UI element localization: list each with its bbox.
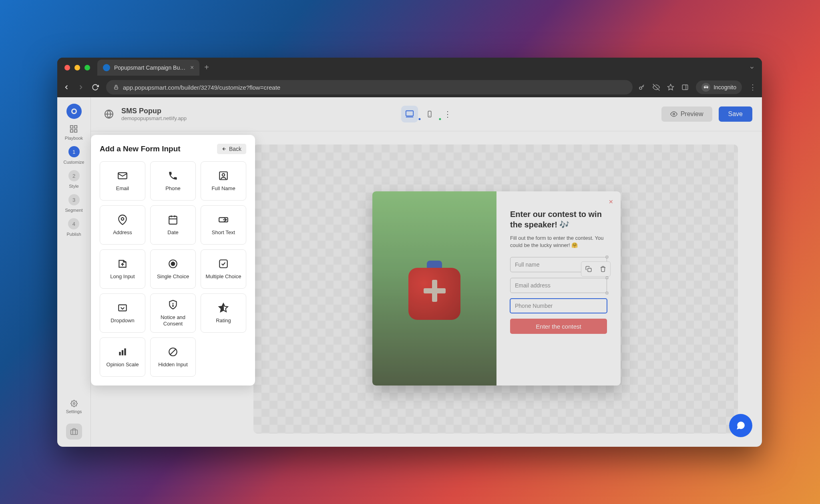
panel-icon[interactable] bbox=[681, 84, 689, 91]
card-singlechoice[interactable]: Single Choice bbox=[150, 249, 196, 289]
reload-icon[interactable] bbox=[92, 84, 100, 91]
email-field[interactable]: Email address bbox=[510, 278, 607, 293]
incognito-badge[interactable]: 🕶 Incognito bbox=[696, 80, 742, 94]
title-block: SMS Popup demopopupsmart.netlify.app bbox=[121, 107, 187, 121]
chat-launcher[interactable] bbox=[729, 414, 752, 437]
eye-icon bbox=[670, 110, 677, 118]
card-opinion[interactable]: Opinion Scale bbox=[100, 337, 145, 377]
globe-icon bbox=[104, 109, 114, 119]
card-dropdown-label: Dropdown bbox=[108, 317, 137, 324]
url-actions: 🕶 Incognito ⋮ bbox=[638, 80, 756, 94]
lock-icon bbox=[113, 84, 119, 90]
phone-icon bbox=[167, 170, 179, 181]
incognito-label: Incognito bbox=[713, 84, 736, 90]
rail-playbook[interactable]: Playbook bbox=[65, 124, 83, 141]
card-email[interactable]: Email bbox=[100, 161, 145, 201]
card-rating[interactable]: Rating bbox=[201, 293, 246, 333]
url-field[interactable]: app.popupsmart.com/builder/32749/customi… bbox=[106, 80, 633, 94]
eye-off-icon[interactable] bbox=[653, 84, 660, 91]
step-label-1: Customize bbox=[64, 160, 84, 165]
kebab-menu-icon[interactable]: ⋮ bbox=[749, 83, 756, 92]
browser-toolbar: app.popupsmart.com/builder/32749/customi… bbox=[57, 77, 762, 97]
app-logo[interactable] bbox=[66, 104, 82, 119]
card-multichoice[interactable]: Multiple Choice bbox=[201, 249, 246, 289]
card-shorttext[interactable]: Short Text bbox=[201, 205, 246, 245]
card-phone-label: Phone bbox=[163, 185, 183, 192]
radio-icon bbox=[167, 258, 179, 269]
step-publish[interactable]: 4 Publish bbox=[66, 218, 81, 237]
fullname-placeholder: Full name bbox=[515, 261, 539, 268]
desktop-view-button[interactable] bbox=[401, 106, 418, 122]
duplicate-button[interactable] bbox=[581, 262, 596, 276]
minimize-window-button[interactable] bbox=[74, 65, 80, 70]
field-toolbar bbox=[581, 261, 611, 277]
close-window-button[interactable] bbox=[64, 65, 70, 70]
svg-marker-2 bbox=[668, 84, 674, 90]
popup-close-button[interactable]: ✕ bbox=[609, 199, 613, 205]
back-icon[interactable] bbox=[63, 84, 72, 91]
card-shorttext-label: Short Text bbox=[209, 229, 237, 236]
window-titlebar: Popupsmart Campaign Builder × + bbox=[57, 58, 762, 77]
card-longinput[interactable]: Long Input bbox=[100, 249, 145, 289]
settings-button[interactable]: Settings bbox=[66, 400, 82, 414]
step-circle-3: 3 bbox=[68, 194, 80, 205]
svg-rect-23 bbox=[169, 217, 177, 225]
maximize-window-button[interactable] bbox=[84, 65, 90, 70]
save-button[interactable]: Save bbox=[719, 106, 752, 122]
back-button[interactable]: Back bbox=[217, 144, 246, 154]
app-header: SMS Popup demopopupsmart.netlify.app ⋮ bbox=[91, 97, 762, 131]
star-icon[interactable] bbox=[667, 84, 674, 91]
popover-title: Add a New Form Input bbox=[100, 145, 181, 153]
card-dropdown[interactable]: Dropdown bbox=[100, 293, 145, 333]
preview-button[interactable]: Preview bbox=[661, 106, 712, 122]
svg-rect-0 bbox=[115, 87, 118, 89]
card-date[interactable]: Date bbox=[150, 205, 196, 245]
card-hidden-label: Hidden Input bbox=[156, 361, 190, 368]
mobile-icon bbox=[426, 110, 433, 118]
app-root: Playbook 1 Customize 2 Style 3 Segment 4… bbox=[57, 97, 762, 447]
device-indicators bbox=[418, 118, 441, 120]
svg-rect-7 bbox=[70, 130, 73, 132]
gear-icon bbox=[70, 400, 78, 407]
forward-icon[interactable] bbox=[77, 84, 86, 91]
traffic-lights bbox=[64, 65, 90, 70]
incognito-icon: 🕶 bbox=[701, 83, 710, 92]
step-customize[interactable]: 1 Customize bbox=[64, 146, 84, 165]
svg-rect-10 bbox=[70, 430, 77, 435]
shield-icon bbox=[167, 299, 179, 310]
more-options-icon[interactable]: ⋮ bbox=[444, 109, 452, 119]
popup-description[interactable]: Fill out the form to enter the contest. … bbox=[510, 235, 607, 249]
card-notice[interactable]: Notice and Consent bbox=[150, 293, 196, 333]
card-address[interactable]: Address bbox=[100, 205, 145, 245]
delete-button[interactable] bbox=[596, 262, 610, 276]
step-segment[interactable]: 3 Segment bbox=[65, 194, 82, 213]
tab-close-icon[interactable]: × bbox=[190, 64, 194, 71]
card-hidden[interactable]: Hidden Input bbox=[150, 337, 196, 377]
checkbox-icon bbox=[218, 258, 229, 269]
pin-icon bbox=[117, 214, 128, 225]
svg-rect-36 bbox=[122, 350, 123, 355]
key-icon[interactable] bbox=[638, 84, 645, 91]
bar-chart-icon bbox=[117, 346, 128, 357]
card-rating-label: Rating bbox=[213, 317, 233, 324]
tabs-dropdown-icon[interactable] bbox=[749, 65, 755, 70]
svg-point-17 bbox=[673, 113, 675, 115]
globe-button[interactable] bbox=[100, 106, 117, 122]
submit-button[interactable]: Enter the contest bbox=[510, 319, 607, 334]
popup-heading[interactable]: Enter our contest to win the speaker! 🎶 bbox=[510, 209, 607, 230]
browser-tab[interactable]: Popupsmart Campaign Builder × bbox=[97, 60, 199, 76]
add-input-popover: Add a New Form Input Back Email Phone F bbox=[91, 135, 255, 386]
url-text: app.popupsmart.com/builder/32749/customi… bbox=[123, 84, 280, 91]
phone-field[interactable]: Phone Number bbox=[510, 298, 607, 313]
briefcase-button[interactable] bbox=[66, 424, 82, 440]
svg-point-21 bbox=[222, 174, 225, 177]
copy-icon bbox=[585, 266, 592, 272]
card-phone[interactable]: Phone bbox=[150, 161, 196, 201]
svg-rect-37 bbox=[124, 349, 126, 355]
campaign-title: SMS Popup bbox=[121, 107, 187, 115]
new-tab-button[interactable]: + bbox=[204, 63, 209, 72]
card-fullname[interactable]: Full Name bbox=[201, 161, 246, 201]
step-style[interactable]: 2 Style bbox=[68, 170, 80, 189]
speaker-illustration bbox=[408, 257, 460, 321]
step-label-2: Style bbox=[69, 184, 78, 189]
